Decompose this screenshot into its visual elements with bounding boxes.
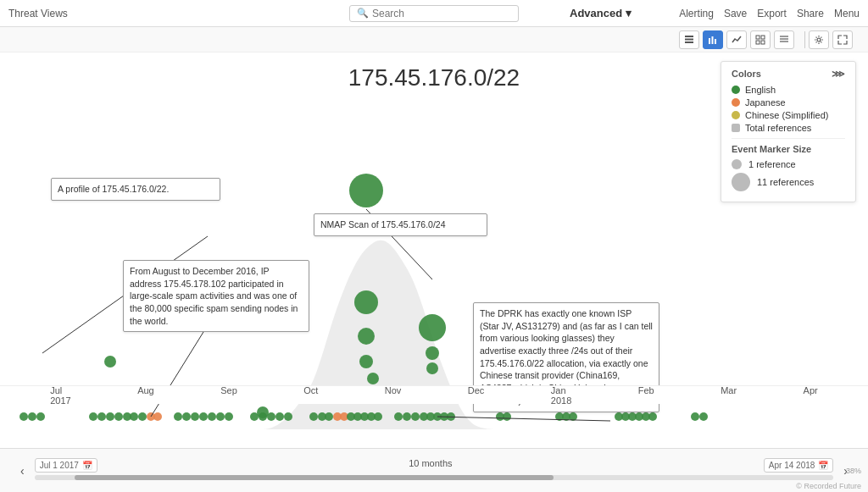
svg-point-80 xyxy=(691,412,699,421)
svg-point-41 xyxy=(191,412,199,421)
svg-rect-4 xyxy=(712,36,714,44)
timeline-nav: ‹ Jul 1 2017 📅 10 months Apr 14 2018 📅 › xyxy=(17,458,851,483)
copyright: © Recorded Future xyxy=(796,482,861,490)
search-wrap[interactable]: 🔍 xyxy=(349,5,519,22)
month-apr: Apr xyxy=(804,385,818,406)
timeline-bar[interactable] xyxy=(35,475,834,480)
legend-panel: Colors ⋙ English Japanese Chinese (Simpl… xyxy=(721,61,856,202)
timeline-end-input[interactable]: Apr 14 2018 📅 xyxy=(764,458,834,473)
expand-button[interactable] xyxy=(832,30,853,49)
list-view-button[interactable] xyxy=(774,30,794,49)
svg-point-13 xyxy=(817,38,821,41)
svg-point-50 xyxy=(284,412,292,421)
svg-point-48 xyxy=(267,412,275,421)
line-chart-view-button[interactable] xyxy=(726,30,747,49)
annotation-3: NMAP Scan of 175.45.176.0/24 xyxy=(314,213,487,236)
svg-point-23 xyxy=(104,356,116,368)
svg-point-81 xyxy=(699,412,708,421)
share-button[interactable]: Share xyxy=(797,8,824,19)
view-tools xyxy=(679,30,794,49)
svg-point-38 xyxy=(153,412,162,421)
svg-point-19 xyxy=(367,373,379,384)
export-button[interactable]: Export xyxy=(757,8,787,19)
svg-point-47 xyxy=(259,412,267,421)
bar-chart-view-button[interactable] xyxy=(703,30,723,49)
month-mar: Mar xyxy=(721,385,737,406)
svg-point-17 xyxy=(358,328,375,345)
svg-rect-6 xyxy=(756,36,760,39)
svg-point-44 xyxy=(216,412,225,421)
svg-rect-2 xyxy=(685,41,693,43)
svg-point-39 xyxy=(174,412,182,421)
month-sep: Sep xyxy=(220,385,237,406)
svg-point-49 xyxy=(275,412,284,421)
grid-view-button[interactable] xyxy=(750,30,771,49)
svg-point-27 xyxy=(19,412,28,421)
month-labels-container: Jul2017 Aug Sep Oct Nov Dec Jan2018 Feb … xyxy=(17,385,851,406)
timeline-main: Jul 1 2017 📅 10 months Apr 14 2018 📅 xyxy=(35,458,834,483)
svg-point-63 xyxy=(411,412,420,421)
svg-point-28 xyxy=(28,412,36,421)
month-feb: Feb xyxy=(638,385,654,406)
svg-point-33 xyxy=(114,412,123,421)
svg-rect-3 xyxy=(709,38,710,44)
svg-point-62 xyxy=(403,412,411,421)
toolbar-separator xyxy=(804,31,805,48)
svg-point-45 xyxy=(225,412,233,421)
right-actions: Alerting Save Export Share Menu xyxy=(679,8,860,19)
timeline-fill xyxy=(75,475,554,480)
legend-item-japanese: Japanese xyxy=(732,97,845,108)
svg-point-22 xyxy=(426,362,438,374)
advanced-button[interactable]: Advanced ▾ xyxy=(570,7,632,19)
menu-button[interactable]: Menu xyxy=(834,8,860,19)
svg-point-70 xyxy=(503,412,511,421)
alerting-button[interactable]: Alerting xyxy=(679,8,714,19)
svg-point-30 xyxy=(89,412,97,421)
search-input[interactable] xyxy=(372,8,508,19)
table-view-button[interactable] xyxy=(679,30,699,49)
svg-point-51 xyxy=(309,412,318,421)
brand-label: Threat Views xyxy=(8,8,68,19)
english-color-dot xyxy=(732,86,740,94)
svg-point-60 xyxy=(374,412,382,421)
calendar-start-icon[interactable]: 📅 xyxy=(82,461,92,470)
svg-rect-5 xyxy=(715,39,716,44)
timeline-area: ‹ Jul 1 2017 📅 10 months Apr 14 2018 📅 ›… xyxy=(0,448,868,492)
svg-point-20 xyxy=(419,314,446,341)
japanese-color-dot xyxy=(732,98,740,107)
svg-point-16 xyxy=(354,290,378,314)
annotation-1: A profile of 175.45.176.0/22. xyxy=(51,178,220,201)
size-circle-small xyxy=(732,159,742,169)
svg-point-43 xyxy=(208,412,216,421)
svg-rect-7 xyxy=(761,36,765,39)
main-content: 175.45.176.0/22 xyxy=(0,53,868,448)
calendar-end-icon[interactable]: 📅 xyxy=(818,461,828,470)
legend-item-total: Total references xyxy=(732,123,845,133)
settings-button[interactable] xyxy=(809,30,829,49)
timeline-start-input[interactable]: Jul 1 2017 📅 xyxy=(35,458,97,473)
toolbar xyxy=(0,27,868,53)
legend-collapse-icon[interactable]: ⋙ xyxy=(832,69,845,80)
svg-point-40 xyxy=(182,412,191,421)
legend-item-english: English xyxy=(732,85,845,95)
month-nov: Nov xyxy=(385,385,402,406)
month-jul: Jul2017 xyxy=(50,385,70,406)
svg-point-21 xyxy=(426,346,439,360)
svg-point-31 xyxy=(97,412,106,421)
svg-rect-1 xyxy=(685,38,693,40)
legend-item-chinese: Chinese (Simplified) xyxy=(732,110,845,120)
annotation-2: From August to December 2016, IP address… xyxy=(123,260,309,332)
legend-title: Colors ⋙ xyxy=(732,69,845,80)
svg-point-36 xyxy=(138,412,147,421)
svg-point-53 xyxy=(325,412,333,421)
timeline-left-arrow[interactable]: ‹ xyxy=(17,464,28,478)
size-circle-large xyxy=(732,173,750,191)
timeline-dates: Jul 1 2017 📅 10 months Apr 14 2018 📅 xyxy=(35,458,834,473)
svg-point-29 xyxy=(36,412,45,421)
svg-rect-9 xyxy=(761,41,765,44)
settings-tools xyxy=(809,30,853,49)
month-dec: Dec xyxy=(468,385,485,406)
svg-point-18 xyxy=(359,355,373,368)
month-jan: Jan2018 xyxy=(551,385,571,406)
save-button[interactable]: Save xyxy=(724,8,747,19)
